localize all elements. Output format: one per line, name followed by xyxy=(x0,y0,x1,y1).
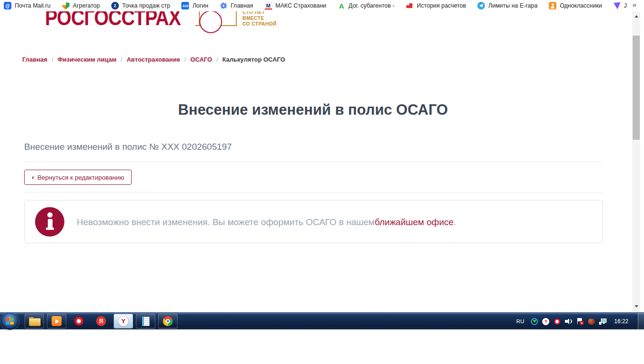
scrollbar-thumb[interactable] xyxy=(633,36,640,140)
breadcrumb: Главная / Физическим лицам / Автострахов… xyxy=(22,56,285,63)
notice-box: Невозможно внести изменения. Вы можете о… xyxy=(24,200,603,243)
bookmark-label: Почта Mail.ru xyxy=(15,0,51,11)
screen: @ Почта Mail.ru Агрегатор Z Точка продаж… xyxy=(0,0,644,364)
back-button-label: Вернуться к редактированию xyxy=(37,174,124,181)
bookmark-item-limits[interactable]: Лимиты на Е-гара xyxy=(477,0,537,11)
windows-flag-icon xyxy=(6,318,14,325)
telegram-icon xyxy=(477,2,485,9)
breadcrumb-separator: / xyxy=(216,56,218,63)
scroll-up-button[interactable] xyxy=(632,12,640,20)
breadcrumb-current: Калькулятор ОСАГО xyxy=(223,56,286,63)
volume-icon[interactable] xyxy=(565,318,572,325)
bookmark-label: Точка продаж стр xyxy=(122,0,170,11)
bookmarks-overflow-chevron[interactable]: » xyxy=(633,0,636,9)
divider xyxy=(24,192,603,192)
yandex-browser-icon: Y xyxy=(118,316,128,326)
language-indicator[interactable]: RU xyxy=(516,318,524,324)
chrome-icon xyxy=(163,316,173,326)
notice-text-after: . xyxy=(454,217,456,228)
breadcrumb-separator: / xyxy=(184,56,186,63)
opera-icon xyxy=(74,317,83,326)
back-to-edit-button[interactable]: ‹ Вернуться к редактированию xyxy=(24,170,132,185)
bookmark-label: J xyxy=(624,0,626,11)
bookmark-item-maks[interactable]: М МАКС Страховани xyxy=(265,0,326,11)
gear-icon xyxy=(220,2,227,9)
bookmark-label: Лимиты на Е-гара xyxy=(488,0,537,11)
yandex-icon: Я xyxy=(96,316,106,326)
notice-text: Невозможно внести изменения. Вы можете о… xyxy=(77,200,456,244)
logo-tagline: СТО ЛЕТ ВМЕСТЕ СО СТРАНОЙ xyxy=(242,9,277,27)
z-badge-icon: Z xyxy=(111,2,119,9)
breadcrumb-separator: / xyxy=(52,56,54,63)
breadcrumb-link-osago[interactable]: ОСАГО xyxy=(190,56,212,63)
taskbar-clock[interactable]: 16:22 xyxy=(614,318,628,325)
bookmark-item-j[interactable]: J xyxy=(613,0,626,11)
notepad-icon xyxy=(142,317,150,326)
taskbar: Я Y RU Y × 16:22 xyxy=(0,312,644,329)
bookmark-item-tochka[interactable]: Z Точка продаж стр xyxy=(111,0,170,11)
page-title: Внесение изменений в полис ОСАГО xyxy=(0,101,626,118)
taskbar-opera-button[interactable] xyxy=(69,314,89,328)
chevron-left-icon: ‹ xyxy=(32,173,34,181)
breadcrumb-link-individuals[interactable]: Физическим лицам xyxy=(58,56,116,63)
bookmark-item-history[interactable]: История расчетов xyxy=(406,0,466,11)
action-center-flag-icon[interactable]: × xyxy=(576,318,584,325)
ok-icon xyxy=(549,2,556,9)
scroll-down-button[interactable] xyxy=(632,302,640,310)
logo-red-circle xyxy=(199,10,222,33)
taskbar-chrome-button[interactable] xyxy=(158,314,178,328)
triangle-down-icon xyxy=(635,305,638,308)
show-desktop-button[interactable] xyxy=(638,313,644,330)
bookmark-label: История расчетов xyxy=(417,0,466,11)
bookmark-label: Главная xyxy=(231,0,253,11)
download-tray-icon[interactable] xyxy=(531,318,538,325)
bookmark-label: Одноклассники xyxy=(560,0,602,11)
browser-viewport: РОСГОССТРАХ СТО ЛЕТ ВМЕСТЕ СО СТРАНОЙ Гл… xyxy=(0,0,640,312)
breadcrumb-separator: / xyxy=(121,56,123,63)
taskbar-apps: Я Y xyxy=(25,314,178,328)
bookmarks-bar: @ Почта Mail.ru Агрегатор Z Точка продаж… xyxy=(0,0,644,11)
bookmark-label: МАКС Страховани xyxy=(276,0,326,11)
yandex-browser-tray-icon[interactable]: Y xyxy=(542,318,550,325)
start-button[interactable] xyxy=(1,312,18,330)
network-icon[interactable] xyxy=(599,318,607,325)
green-a-icon: A xyxy=(338,2,345,9)
maks-m-icon: М xyxy=(265,2,272,9)
red-chart-icon xyxy=(406,2,413,9)
tray-app-icon[interactable] xyxy=(588,318,595,325)
policy-subtitle: Внесение изменений в полис № ХХХ 0202605… xyxy=(24,142,232,152)
taskbar-yandex-button[interactable]: Я xyxy=(91,314,111,328)
triangle-up-icon xyxy=(635,15,638,18)
bookmark-label: Дог. субагентов - xyxy=(349,0,394,11)
system-tray: RU Y × 16:22 xyxy=(516,313,644,330)
taskbar-explorer-button[interactable] xyxy=(25,314,44,328)
folder-icon xyxy=(29,317,40,325)
breadcrumb-link-auto[interactable]: Автострахование xyxy=(126,56,180,63)
info-icon xyxy=(35,207,64,237)
opera-tray-icon[interactable] xyxy=(554,318,561,325)
bookmark-label: Логин xyxy=(192,0,208,11)
bookmark-item-aggregator[interactable]: Агрегатор xyxy=(62,0,100,11)
breadcrumb-link-home[interactable]: Главная xyxy=(22,56,47,63)
vertical-scrollbar[interactable] xyxy=(632,11,640,312)
bookmark-item-login[interactable]: A24 Логин xyxy=(181,0,208,11)
notice-text-before: Невозможно внести изменения. Вы можете о… xyxy=(77,217,375,228)
purple-triangle-icon xyxy=(613,2,620,9)
shield-icon xyxy=(62,2,70,9)
taskbar-media-player-button[interactable] xyxy=(47,314,66,328)
bookmark-item-mail[interactable]: @ Почта Mail.ru xyxy=(4,0,51,11)
bookmark-item-glavnaya[interactable]: Главная xyxy=(220,0,253,11)
bookmark-item-odnoklassniki[interactable]: Одноклассники xyxy=(549,0,602,11)
bookmark-label: Агрегатор xyxy=(73,0,100,11)
divider xyxy=(24,162,603,162)
taskbar-yandex-browser-button[interactable]: Y xyxy=(114,314,133,328)
media-player-icon xyxy=(52,316,62,326)
nearest-office-link[interactable]: ближайшем офисе xyxy=(375,217,454,228)
mailru-icon: @ xyxy=(4,2,11,9)
a24-icon: A24 xyxy=(181,2,189,9)
taskbar-notepad-button[interactable] xyxy=(136,314,155,328)
bookmark-item-subagents[interactable]: A Дог. субагентов - xyxy=(338,0,394,11)
